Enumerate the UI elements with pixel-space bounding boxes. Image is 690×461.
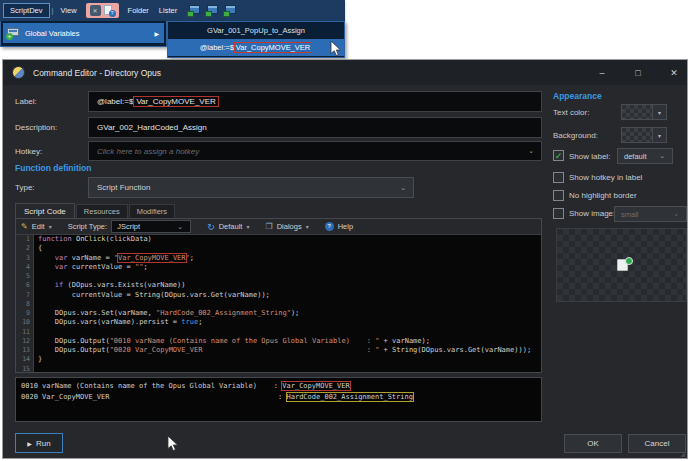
show-label-value: default (624, 152, 647, 161)
text-color-swatch (622, 105, 652, 119)
hotkey-placeholder: Click here to assign a hotkey (97, 147, 199, 156)
code-line: currentValue = String(DOpus.vars.Get(var… (38, 291, 541, 300)
show-image-checkbox[interactable] (553, 208, 564, 219)
line-number: 13 (16, 346, 33, 355)
show-label-checkbox[interactable]: ✓ (553, 150, 564, 161)
tab-resources[interactable]: Resources (76, 204, 128, 218)
run-button[interactable]: ▶ Run (15, 433, 63, 453)
menu-lister[interactable]: Lister (154, 6, 182, 15)
code-line (38, 365, 541, 373)
global-variables-submenu: GVar_001_PopUp_to_Assign @label:=$Var_Co… (167, 21, 345, 58)
maximize-button[interactable]: □ (623, 60, 653, 85)
show-hotkey-label: Show hotkey in label (569, 173, 642, 182)
highlighted-icon-group: ✕ ? (86, 3, 119, 18)
description-value: GVar_002_HardCoded_Assign (97, 123, 207, 132)
type-chevron-icon: ⌄ (400, 183, 406, 191)
code-line: DOpus.Output("0010 varName (Contains nam… (38, 337, 541, 346)
script-type-value: JScript (117, 222, 140, 231)
out-line: 0010 varName (Contains name of the Opus … (21, 381, 541, 392)
copy-info-icon[interactable]: ? (104, 5, 115, 16)
show-hotkey-checkbox[interactable] (553, 172, 564, 183)
help-button[interactable]: Help (338, 222, 353, 231)
code-lines: function OnClick(clickData){ var varName… (34, 235, 541, 372)
show-image-label: Show image: (569, 209, 615, 218)
cancel-button[interactable]: Cancel (628, 434, 686, 453)
code-line: { (38, 244, 541, 253)
hotkey-input[interactable]: Click here to assign a hotkey ⌄ (88, 141, 542, 161)
scriptdev-dropdown: + Global Variables ▶ (0, 21, 167, 47)
help-icon: ? (325, 222, 334, 231)
menu-scriptdev[interactable]: ScriptDev (3, 3, 50, 18)
menu-bar: ScriptDev | View ✕ ? Folder Lister (0, 0, 345, 21)
menu-view[interactable]: View (55, 6, 81, 15)
lister-icon-2[interactable] (205, 5, 218, 17)
label-field-label: Label: (15, 97, 37, 106)
no-highlight-checkbox[interactable] (553, 190, 564, 201)
no-deselect-icon[interactable]: ✕ (90, 5, 101, 16)
script-type-chevron-icon: ⌄ (177, 222, 183, 230)
background-dropdown[interactable]: ▾ (621, 127, 667, 143)
lister-icon-3[interactable] (223, 5, 236, 17)
default-refresh-icon: ↻ (207, 222, 215, 232)
background-swatch (622, 128, 652, 142)
line-number: 14 (16, 355, 33, 364)
script-type-label: Script Type: (68, 222, 107, 231)
default-button[interactable]: Default (219, 222, 243, 231)
run-label: Run (36, 439, 51, 448)
submenu-item-gvar002[interactable]: @label:=$Var_CopyMOVE_VER (168, 39, 344, 56)
code-line: } (38, 355, 541, 364)
dialogs-chevron-icon: ▾ (306, 223, 309, 230)
description-input[interactable]: GVar_002_HardCoded_Assign (88, 117, 542, 138)
show-image-dropdown[interactable]: small ⌄ (614, 206, 687, 222)
line-number-gutter: 123456789101112131415 (16, 235, 34, 372)
menu-folder[interactable]: Folder (123, 6, 154, 15)
submenu-arrow-icon: ▶ (154, 30, 159, 37)
minimize-button[interactable]: – (587, 60, 617, 85)
line-number: 8 (16, 300, 33, 309)
show-label-label: Show label: (569, 152, 610, 161)
dialog-titlebar[interactable]: Command Editor - Directory Opus (3, 60, 687, 85)
code-line: function OnClick(clickData) (38, 235, 541, 244)
script-code-page: ✎ Edit ▾ Script Type: JScript ⌄ ↻ Defaul… (15, 218, 542, 373)
label-input[interactable]: @label:=$Var_CopyMOVE_VER (88, 91, 542, 112)
play-icon: ▶ (27, 440, 32, 447)
no-highlight-label: No highlight border (569, 191, 637, 200)
script-output-panel: 0010 varName (Contains name of the Opus … (15, 377, 542, 422)
edit-menu-button[interactable]: Edit (32, 222, 45, 231)
line-number: 11 (16, 328, 33, 337)
screen: { "glyphs": { "separator": "|", "submenu… (0, 0, 690, 461)
text-color-label: Text color: (553, 108, 589, 117)
line-number: 15 (16, 365, 33, 373)
code-editor[interactable]: 123456789101112131415 function OnClick(c… (16, 235, 541, 372)
ok-button[interactable]: OK (564, 434, 622, 453)
image-placeholder-icon (617, 257, 633, 272)
image-preview-area[interactable] (556, 228, 687, 302)
script-type-dropdown[interactable]: JScript ⌄ (111, 220, 191, 233)
label-value-prefix: @label:=$ (97, 97, 133, 106)
submenu-item-gvar001[interactable]: GVar_001_PopUp_to_Assign (168, 22, 344, 39)
menu-item-global-variables[interactable]: + Global Variables ▶ (3, 23, 164, 43)
type-dropdown[interactable]: Script Function ⌄ (88, 177, 414, 198)
tab-script-code[interactable]: Script Code (15, 203, 75, 218)
code-line: DOpus.Output("0020 Var_CopyMOVE_VER : " … (38, 346, 541, 355)
show-image-chevron-icon: ⌄ (673, 210, 679, 218)
text-color-dropdown[interactable]: ▾ (621, 104, 667, 120)
resize-grip[interactable]: ◢ (680, 450, 685, 457)
line-number: 12 (16, 337, 33, 346)
dialogs-icon: ❐ (265, 222, 272, 231)
show-image-value: small (621, 210, 639, 219)
global-variables-label: Global Variables (25, 29, 79, 38)
mouse-cursor-submenu (330, 40, 342, 57)
close-button[interactable]: ✕ (659, 60, 689, 85)
lister-icon-1[interactable] (187, 5, 200, 17)
code-line (38, 328, 541, 337)
submenu-item-gvar002-boxed: Var_CopyMOVE_VER (234, 42, 312, 53)
show-label-chevron-icon: ⌄ (659, 152, 665, 160)
show-label-dropdown[interactable]: default ⌄ (617, 148, 673, 164)
command-editor-dialog: Command Editor - Directory Opus – □ ✕ La… (2, 59, 688, 459)
tab-modifiers[interactable]: Modifiers (129, 204, 175, 218)
code-line: if (DOpus.vars.Exists(varName)) (38, 281, 541, 290)
line-number: 10 (16, 318, 33, 327)
dialogs-button[interactable]: Dialogs (277, 222, 302, 231)
hotkey-chevron-icon[interactable]: ⌄ (528, 147, 534, 155)
